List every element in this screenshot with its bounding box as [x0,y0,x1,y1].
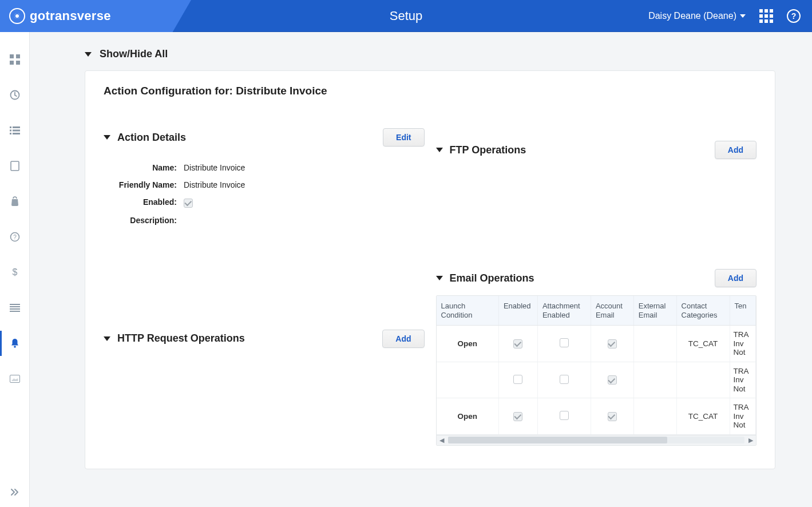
chevrons-right-icon [10,488,19,496]
col-right: FTP Operations Add Email Operations Add [436,113,757,446]
detail-key: Friendly Name: [104,180,184,189]
nav-page[interactable] [0,156,30,176]
col-template-clipped[interactable]: Ten [730,296,755,326]
cell-categories: TC_CAT [676,398,730,435]
detail-value: Distribute Invoice [184,163,245,172]
svg-rect-15 [10,304,20,305]
chevron-down-icon [85,52,92,57]
chevron-down-icon [104,135,110,140]
table-row[interactable]: OpenTC_CATTRAInvNot [437,398,756,435]
ftp-ops-toggle[interactable]: FTP Operations [436,144,526,156]
rail-expand[interactable] [10,487,19,499]
cell-external [633,362,676,398]
table-header-row: Launch Condition Enabled Attachment Enab… [437,296,756,326]
email-ops-heading: Email Operations [450,272,534,284]
checkbox-icon [608,412,617,421]
bell-icon [10,338,19,348]
detail-key: Name: [104,163,184,172]
nav-help[interactable]: ? [0,227,30,247]
col-account-email[interactable]: Account Email [591,296,633,326]
nav-notifications[interactable] [0,333,30,354]
show-hide-label: Show/Hide All [100,48,168,60]
nav-lines[interactable] [0,298,30,318]
checkbox-icon [608,339,617,348]
horizontal-scrollbar[interactable]: ◀ ▶ [437,435,756,445]
scroll-thumb[interactable] [448,437,668,443]
table-row[interactable]: TRAInvNot [437,362,756,398]
col-enabled[interactable]: Enabled [498,296,537,326]
action-details-toggle[interactable]: Action Details [104,132,186,144]
add-button[interactable]: Add [715,141,756,159]
scroll-right-icon[interactable]: ▶ [746,437,756,444]
scroll-track[interactable] [448,437,745,443]
add-button[interactable]: Add [382,330,424,348]
svg-rect-17 [10,308,20,310]
checkbox-icon [560,375,569,384]
detail-row-description: Description: [104,212,425,229]
http-ops-heading: HTTP Request Operations [117,332,245,344]
config-card: Action Configuration for: Distribute Inv… [85,70,775,469]
show-hide-all-toggle[interactable]: Show/Hide All [85,48,775,60]
chevron-down-icon [740,14,746,18]
nav-list[interactable] [0,120,30,141]
detail-value [184,197,193,208]
user-label: Daisy Deane (Deane) [648,11,736,21]
svg-rect-6 [13,126,20,128]
brand-glyph-icon [9,8,25,24]
user-menu[interactable]: Daisy Deane (Deane) [648,11,746,21]
brand-area: gotransverse [0,0,191,32]
topbar-right: Daisy Deane (Deane) ? [648,9,812,23]
http-ops-toggle[interactable]: HTTP Request Operations [104,332,245,344]
svg-rect-0 [10,54,14,58]
email-ops-toggle[interactable]: Email Operations [436,272,534,284]
brand-logo[interactable]: gotransverse [9,8,111,24]
email-ops-head: Email Operations Add [436,269,757,287]
cell-categories: TC_CAT [676,326,730,362]
detail-row-friendly: Friendly Name: Distribute Invoice [104,176,425,193]
svg-rect-10 [13,133,20,134]
nav-rail: ? $ [0,32,30,507]
content-area: Show/Hide All Action Configuration for: … [30,32,812,507]
cell-categories [676,362,730,398]
svg-rect-3 [16,61,20,65]
detail-row-enabled: Enabled: [104,193,425,212]
col-external-email[interactable]: External Email [633,296,676,326]
dollar-icon: $ [11,267,18,278]
action-details-list: Name: Distribute Invoice Friendly Name: … [104,159,425,229]
cell-template-clipped: TRAInvNot [730,398,755,435]
col-left: Action Details Edit Name: Distribute Inv… [104,113,425,446]
nav-recent[interactable] [0,85,30,105]
clock-icon [10,90,20,100]
svg-rect-1 [16,54,20,58]
svg-rect-8 [13,130,20,132]
svg-rect-5 [10,126,11,128]
svg-rect-2 [10,61,14,65]
nav-pricing[interactable]: $ [0,262,30,283]
grid-2x2-icon [10,54,20,65]
email-ops-table: Launch Condition Enabled Attachment Enab… [436,295,757,446]
cell-launch [437,362,499,398]
help-icon[interactable]: ? [787,9,801,23]
apps-icon[interactable] [759,9,773,23]
detail-row-name: Name: Distribute Invoice [104,159,425,176]
checkbox-icon [560,411,569,420]
svg-text:?: ? [13,234,17,240]
brand-text: gotransverse [30,9,111,23]
page-icon [10,161,19,171]
checkbox-icon [184,199,193,208]
col-attachment[interactable]: Attachment Enabled [537,296,591,326]
nav-dashboard[interactable] [0,49,30,70]
ftp-ops-head: FTP Operations Add [436,141,757,159]
cell-external [633,398,676,435]
nav-finance[interactable] [0,191,30,212]
nav-media[interactable] [0,369,30,389]
col-launch[interactable]: Launch Condition [437,296,499,326]
scroll-left-icon[interactable]: ◀ [437,437,447,444]
add-button[interactable]: Add [715,269,756,287]
edit-button[interactable]: Edit [383,128,424,146]
table-row[interactable]: OpenTC_CATTRAInvNot [437,326,756,362]
col-contact-categories[interactable]: Contact Categories [676,296,730,326]
columns: Action Details Edit Name: Distribute Inv… [104,113,756,446]
checkbox-icon [608,375,617,385]
table-scroll: Launch Condition Enabled Attachment Enab… [437,296,756,435]
